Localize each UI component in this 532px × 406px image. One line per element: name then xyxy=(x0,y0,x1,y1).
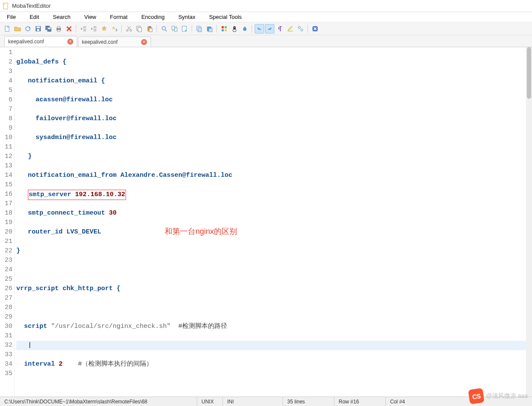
exit-icon[interactable] xyxy=(310,24,320,33)
cut-icon[interactable] xyxy=(124,24,134,33)
linux-icon[interactable] xyxy=(230,24,239,33)
svg-point-38 xyxy=(301,29,303,31)
tab-bar: keepalived.conf × keepalived.conf × xyxy=(0,35,532,47)
svg-rect-31 xyxy=(225,29,227,31)
paste-html-icon[interactable] xyxy=(205,24,214,33)
svg-point-33 xyxy=(233,29,236,32)
app-icon xyxy=(3,3,9,9)
svg-point-35 xyxy=(234,27,235,28)
svg-rect-18 xyxy=(148,26,151,27)
undo-icon[interactable] xyxy=(255,24,264,33)
code-area[interactable]: global_defs { notification_email { acass… xyxy=(15,47,532,397)
svg-rect-30 xyxy=(222,29,224,31)
svg-rect-21 xyxy=(172,26,174,30)
toolbar xyxy=(0,22,532,35)
bookmark-icon[interactable] xyxy=(99,24,109,33)
editor[interactable]: 1234567891011121314151617181920212223242… xyxy=(0,47,532,397)
svg-rect-28 xyxy=(222,26,224,28)
svg-rect-10 xyxy=(57,27,60,28)
paste-icon[interactable] xyxy=(145,24,154,33)
windows-icon[interactable] xyxy=(219,24,229,33)
close-icon[interactable] xyxy=(64,24,74,33)
menu-syntax[interactable]: Syntax xyxy=(174,12,205,21)
window-title: MobaTextEditor xyxy=(12,3,51,9)
svg-rect-11 xyxy=(57,30,60,31)
svg-point-12 xyxy=(60,28,60,29)
tab-close-icon[interactable]: × xyxy=(141,39,147,45)
svg-rect-1 xyxy=(5,26,9,31)
reload-icon[interactable] xyxy=(23,24,33,33)
statusbar: C:\Users\Think\DOCUME~1\MobaXterm\slash\… xyxy=(0,397,532,406)
annotation-text: 和第一台nginx的区别 xyxy=(165,227,237,236)
vertical-scrollbar[interactable] xyxy=(526,47,532,397)
print-icon[interactable] xyxy=(54,24,63,33)
menu-search[interactable]: Search xyxy=(48,12,80,21)
svg-point-14 xyxy=(130,30,132,31)
svg-rect-5 xyxy=(37,29,39,31)
copy-icon[interactable] xyxy=(135,24,144,33)
status-col: Col #4 xyxy=(386,397,437,406)
menu-encoding[interactable]: Encoding xyxy=(137,12,174,21)
svg-rect-19 xyxy=(149,28,152,32)
svg-point-20 xyxy=(162,27,165,30)
svg-rect-22 xyxy=(174,28,177,31)
menu-format[interactable]: Format xyxy=(106,12,137,21)
status-lang: INI xyxy=(223,397,283,406)
indent-icon[interactable] xyxy=(89,24,99,33)
copy-html-icon[interactable] xyxy=(195,24,204,33)
menu-file[interactable]: File xyxy=(3,12,25,21)
menu-edit[interactable]: Edit xyxy=(25,12,48,21)
outdent-icon[interactable] xyxy=(79,24,88,33)
separator xyxy=(190,24,194,33)
svg-rect-29 xyxy=(225,26,227,28)
titlebar: MobaTextEditor xyxy=(0,0,532,12)
scrollbar-thumb[interactable] xyxy=(527,47,531,99)
mac-icon[interactable] xyxy=(240,24,249,33)
watermark-text: @清风微凉 aaa xyxy=(486,392,528,400)
tab-keepalived-1[interactable]: keepalived.conf × xyxy=(4,36,77,47)
svg-point-13 xyxy=(126,30,128,31)
pilcrow-icon[interactable] xyxy=(275,24,285,33)
highlight-icon[interactable] xyxy=(286,24,295,33)
status-lines: 35 lines xyxy=(283,397,334,406)
separator xyxy=(120,24,123,33)
save-all-icon[interactable] xyxy=(44,24,53,33)
status-eol: UNIX xyxy=(197,397,223,406)
separator xyxy=(250,24,254,33)
tab-label: keepalived.conf xyxy=(8,39,44,45)
svg-point-37 xyxy=(298,26,301,28)
redo-icon[interactable] xyxy=(265,24,274,33)
separator xyxy=(75,24,78,33)
menubar: File Edit Search View Format Encoding Sy… xyxy=(0,12,532,22)
status-row: Row #16 xyxy=(334,397,386,406)
svg-rect-16 xyxy=(138,27,141,32)
tab-keepalived-2[interactable]: keepalived.conf × xyxy=(78,36,151,47)
save-icon[interactable] xyxy=(33,24,43,33)
new-file-icon[interactable] xyxy=(3,24,12,33)
svg-rect-8 xyxy=(48,28,51,29)
watermark-badge: CS xyxy=(468,388,484,404)
status-path: C:\Users\Think\DOCUME~1\MobaXterm\slash\… xyxy=(0,397,197,406)
line-gutter: 1234567891011121314151617181920212223242… xyxy=(0,47,15,397)
separator xyxy=(306,24,310,33)
svg-rect-36 xyxy=(288,31,293,31)
svg-rect-27 xyxy=(209,28,212,32)
settings-icon[interactable] xyxy=(296,24,305,33)
separator xyxy=(215,24,219,33)
svg-rect-25 xyxy=(198,27,201,32)
watermark: CS @清风微凉 aaa xyxy=(469,389,528,403)
separator xyxy=(155,24,159,33)
open-folder-icon[interactable] xyxy=(13,24,22,33)
goto-icon[interactable] xyxy=(180,24,189,33)
tab-close-icon[interactable]: × xyxy=(67,39,73,45)
menu-view[interactable]: View xyxy=(80,12,106,21)
search-icon[interactable] xyxy=(159,24,169,33)
tab-label: keepalived.conf xyxy=(82,39,117,45)
svg-point-34 xyxy=(234,27,234,28)
menu-special-tools[interactable]: Special Tools xyxy=(205,12,251,21)
svg-rect-4 xyxy=(36,27,40,28)
replace-icon[interactable] xyxy=(170,24,179,33)
bookmark-next-icon[interactable] xyxy=(110,24,119,33)
